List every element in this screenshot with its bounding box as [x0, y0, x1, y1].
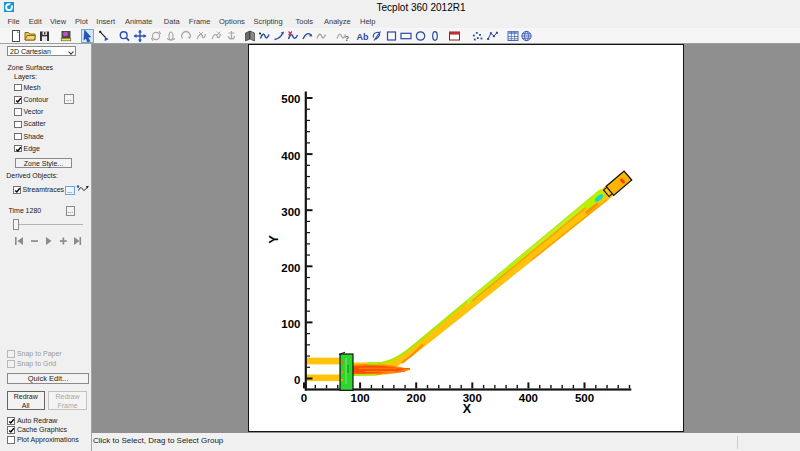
svg-text:300: 300: [281, 206, 300, 218]
svg-text:200: 200: [281, 262, 300, 274]
svg-text:400: 400: [519, 392, 538, 404]
svg-text:0: 0: [294, 374, 300, 386]
svg-text:Ab: Ab: [357, 32, 369, 42]
svg-text:?: ?: [345, 34, 350, 43]
svg-text:400: 400: [281, 150, 300, 162]
svg-text:500: 500: [281, 93, 300, 105]
svg-text:100: 100: [351, 392, 370, 404]
svg-text:100: 100: [281, 318, 300, 330]
svg-text:500: 500: [575, 392, 594, 404]
svg-text:0: 0: [301, 392, 307, 404]
svg-text:Y: Y: [266, 235, 281, 244]
svg-text:200: 200: [407, 392, 426, 404]
svg-text:X: X: [463, 402, 472, 416]
